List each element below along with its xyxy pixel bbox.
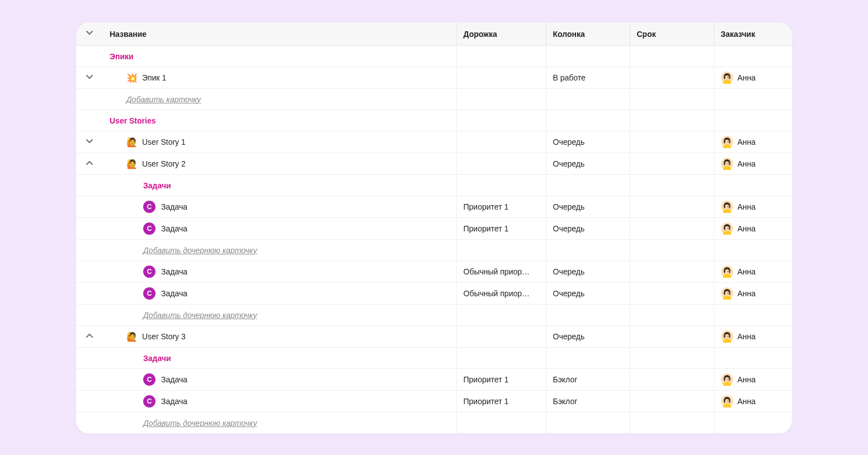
avatar — [721, 158, 733, 170]
tag-badge: С — [143, 201, 155, 213]
row-column: Очередь — [546, 326, 630, 348]
row-column: Очередь — [546, 131, 630, 153]
add-child-card-link[interactable]: Добавить дочернюю карточку — [110, 311, 257, 320]
header-toggle[interactable] — [76, 22, 103, 46]
owner-name: Анна — [738, 73, 756, 82]
avatar — [721, 222, 733, 235]
section-row-tasks: Задачи — [76, 175, 792, 196]
owner-name: Анна — [738, 202, 756, 211]
chevron-down-icon — [84, 28, 95, 38]
row-track: Приоритет 1 — [456, 391, 546, 413]
header-track[interactable]: Дорожка — [456, 22, 546, 46]
chevron-up-icon[interactable] — [84, 331, 95, 341]
section-label-tasks: Задачи — [110, 181, 171, 190]
owner-name: Анна — [738, 289, 756, 298]
row-column: В работе — [546, 67, 630, 89]
owner-name: Анна — [738, 159, 756, 168]
row-title: Задача — [161, 202, 187, 211]
avatar — [721, 201, 733, 213]
tag-badge: С — [143, 222, 155, 235]
row-title: Задача — [161, 397, 187, 406]
owner-name: Анна — [738, 267, 756, 276]
row-track: Обычный приор… — [456, 261, 546, 283]
collision-icon: 💥 — [126, 73, 138, 83]
avatar — [721, 330, 733, 343]
table-header-row: Название Дорожка Колонка Срок Заказчик — [76, 22, 792, 46]
owner-name: Анна — [738, 375, 756, 384]
table-row[interactable]: С Задача Обычный приор… Очередь Анна — [76, 283, 792, 305]
avatar — [721, 266, 733, 278]
row-title: Задача — [161, 289, 187, 298]
row-column: Очередь — [546, 218, 630, 240]
table-row[interactable]: С Задача Приоритет 1 Очередь Анна — [76, 218, 792, 240]
add-child-card-link[interactable]: Добавить дочернюю карточку — [110, 419, 257, 428]
row-column: Очередь — [546, 261, 630, 283]
table-row[interactable]: С Задача Приоритет 1 Бэклог Анна — [76, 369, 792, 391]
row-track: Приоритет 1 — [456, 196, 546, 218]
tag-badge: С — [143, 395, 155, 407]
add-child-card-row: Добавить дочернюю карточку — [76, 413, 792, 434]
task-table-panel: Название Дорожка Колонка Срок Заказчик Э… — [76, 22, 792, 434]
avatar — [721, 373, 733, 386]
raising-hand-icon: 🙋 — [126, 137, 138, 148]
tag-badge: С — [143, 373, 155, 386]
table-row[interactable]: С Задача Приоритет 1 Бэклог Анна — [76, 391, 792, 413]
header-name[interactable]: Название — [103, 22, 456, 46]
table-row[interactable]: 🙋 User Story 1 Очередь Анна — [76, 131, 792, 153]
table-row[interactable]: 🙋 User Story 3 Очередь Анна — [76, 326, 792, 348]
row-title: User Story 1 — [142, 138, 186, 146]
owner-name: Анна — [738, 397, 756, 406]
row-title: Эпик 1 — [142, 73, 166, 82]
add-child-card-link[interactable]: Добавить дочернюю карточку — [110, 246, 257, 255]
chevron-down-icon[interactable] — [84, 72, 95, 82]
task-table: Название Дорожка Колонка Срок Заказчик Э… — [76, 22, 792, 434]
avatar — [721, 136, 733, 148]
row-title: Задача — [161, 267, 187, 276]
section-label-epics: Эпики — [110, 52, 134, 61]
section-label-tasks: Задачи — [110, 354, 171, 363]
add-card-link[interactable]: Добавить карточку — [110, 95, 201, 104]
chevron-down-icon[interactable] — [84, 136, 95, 146]
owner-name: Анна — [738, 332, 756, 341]
row-title: User Story 2 — [142, 159, 186, 168]
row-title: Задача — [161, 375, 187, 384]
tag-badge: С — [143, 266, 155, 278]
avatar — [721, 287, 733, 300]
chevron-up-icon[interactable] — [84, 158, 95, 168]
table-row[interactable]: С Задача Приоритет 1 Очередь Анна — [76, 196, 792, 218]
row-track: Обычный приор… — [456, 283, 546, 305]
header-column[interactable]: Колонка — [546, 22, 630, 46]
table-row[interactable]: С Задача Обычный приор… Очередь Анна — [76, 261, 792, 283]
add-card-row: Добавить карточку — [76, 89, 792, 110]
owner-name: Анна — [738, 138, 756, 146]
row-column: Бэклог — [546, 391, 630, 413]
header-owner[interactable]: Заказчик — [714, 22, 792, 46]
row-column: Бэклог — [546, 369, 630, 391]
row-track: Приоритет 1 — [456, 369, 546, 391]
row-column: Очередь — [546, 196, 630, 218]
header-due[interactable]: Срок — [630, 22, 714, 46]
section-row-tasks: Задачи — [76, 348, 792, 369]
section-row-user-stories: User Stories — [76, 110, 792, 131]
avatar — [721, 72, 733, 84]
table-row[interactable]: 🙋 User Story 2 Очередь Анна — [76, 153, 792, 175]
row-title: Задача — [161, 224, 187, 233]
row-title: User Story 3 — [142, 332, 186, 341]
tag-badge: С — [143, 287, 155, 300]
raising-hand-icon: 🙋 — [126, 159, 138, 169]
table-row[interactable]: 💥 Эпик 1 В работе Анна — [76, 67, 792, 89]
row-track: Приоритет 1 — [456, 218, 546, 240]
section-row-epics: Эпики — [76, 46, 792, 67]
owner-name: Анна — [738, 224, 756, 233]
add-child-card-row: Добавить дочернюю карточку — [76, 305, 792, 326]
avatar — [721, 395, 733, 407]
raising-hand-icon: 🙋 — [126, 331, 138, 342]
row-column: Очередь — [546, 153, 630, 175]
section-label-user-stories: User Stories — [110, 116, 155, 125]
row-column: Очередь — [546, 283, 630, 305]
add-child-card-row: Добавить дочернюю карточку — [76, 240, 792, 261]
